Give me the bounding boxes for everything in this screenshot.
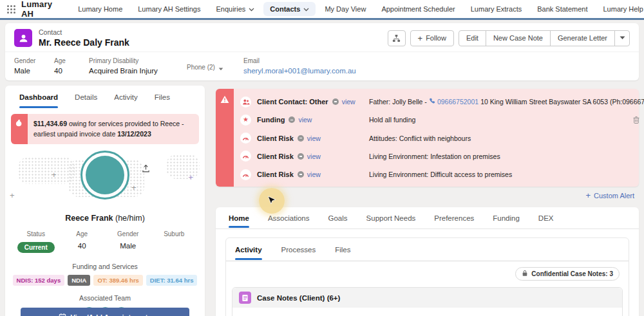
record-main-card: Home Associations Goals Support Needs Pr… [216,207,639,316]
nav-item-bank-statement[interactable]: Bank Statement [531,2,594,16]
plus-decoration: + [188,172,193,182]
chevron-down-icon [249,5,254,13]
chevron-down-icon [218,62,223,73]
app-name: Lumary AH [21,0,52,19]
more-actions-button[interactable] [614,30,630,46]
owing-alert-text: $11,434.69 owing for services provided t… [28,114,199,144]
tab-goals[interactable]: Goals [328,207,348,228]
contact-highlight-fields: Gender Male Age 40 Primary Disability Ac… [5,51,639,75]
nav-item-lumary-help-feedback[interactable]: Lumary Help & Feedback [596,2,644,16]
case-notes-header[interactable]: Case Notes (Client) (6+) [232,288,622,308]
chevron-down-icon [303,5,309,13]
avatar[interactable] [80,151,129,200]
tab-activity-sub[interactable]: Activity [235,238,262,261]
alert-detail: Living Environment: Infestation on premi… [369,153,644,160]
field-phone-dropdown[interactable]: Phone (2) [187,55,243,75]
funding-badges: NDIS: 152 days NDIA OT: 389.46 hrs DIET:… [5,275,205,286]
calendar-icon [59,313,66,316]
diet-badge: DIET: 31.64 hrs [146,275,198,286]
stat-gender: Gender Male [105,230,151,253]
phone-link[interactable]: 09666752001 [437,98,478,106]
warning-triangle-icon [220,95,229,187]
profile-tabs: Dashboard Details Activity Files [5,86,205,109]
nav-item-lumary-extracts[interactable]: Lumary Extracts [464,2,528,16]
profile-card: Dashboard Details Activity Files $11,434… [5,86,205,316]
app-window: Lumary AH Lumary Home Lumary AH Settings… [0,0,644,316]
record-tabs: Home Associations Goals Support Needs Pr… [216,207,639,229]
entity-type-label: Contact [39,28,129,36]
new-case-note-button[interactable]: New Case Note [486,30,551,46]
app-launcher-icon[interactable] [6,2,16,16]
ndia-badge: NDIA [68,275,90,286]
confidential-case-notes-badge[interactable]: Confidential Case Notes: 3 [515,267,620,281]
view-link[interactable]: view [307,153,321,160]
case-notes-icon [239,292,251,304]
contact-entity: Contact Mr. Reece Daly Frank [14,28,129,48]
generate-letter-button[interactable]: Generate Letter [550,30,615,46]
header-actions: +Follow Edit New Case Note Generate Lett… [388,30,630,46]
nav-item-enquiries[interactable]: Enquiries [209,2,261,16]
stat-status: Status Current [13,230,59,253]
nav-item-lumary-home[interactable]: Lumary Home [71,2,129,16]
plus-icon: + [585,191,591,200]
tab-files[interactable]: Files [155,86,170,109]
upload-photo-icon[interactable] [142,163,150,175]
tab-funding[interactable]: Funding [493,207,520,228]
tab-dashboard[interactable]: Dashboard [19,86,58,109]
alert-detail: Father: Jolly Belle - 09666752001 10 Kin… [369,98,644,106]
alert-detail: Living Environment: Difficult access to … [369,171,644,178]
profile-stats: Status Current Age 40 Gender Male Suburb [5,230,205,253]
field-age: Age 40 [54,55,89,75]
tab-activity[interactable]: Activity [114,86,137,109]
risk-gauge-icon [240,133,251,144]
money-bag-icon [15,118,23,144]
view-link[interactable]: view [342,98,355,106]
stat-suburb: Suburb [151,230,198,253]
brand-divider [0,18,644,20]
email-link[interactable]: sheryl.moral+001@lumary.com.au [243,67,356,75]
view-link[interactable]: view [307,171,321,178]
tab-home[interactable]: Home [229,207,249,228]
view-add-appointments-button[interactable]: View/Add Appointments [21,308,189,316]
custom-alert-link[interactable]: + Custom Alert [585,191,634,200]
trash-icon[interactable] [632,116,640,124]
case-notes-card: Case Notes (Client) (6+) [232,287,623,316]
owing-alert-bar [11,114,28,144]
org-chart-button[interactable] [388,30,406,46]
alert-row-client-risk-1: Client Risk view Attitudes: Conflict wit… [240,130,644,147]
nav-item-my-day-view[interactable]: My Day View [318,2,372,16]
tab-associations[interactable]: Associations [268,207,310,228]
plus-decoration: + [10,191,15,200]
plus-icon: + [418,34,423,42]
funding-services-title: Funding and Services [5,263,205,270]
nav-item-appointment-scheduler[interactable]: Appointment Scheduler [375,2,461,16]
lock-icon [522,270,528,278]
follow-button[interactable]: +Follow [410,30,454,46]
avatar-zone: + + + + [5,149,205,209]
nav-item-lumary-ah-settings[interactable]: Lumary AH Settings [131,2,207,16]
ndis-badge: NDIS: 152 days [13,275,65,286]
alert-row-funding: ★ Funding view Hold all funding [240,111,644,128]
alert-row-client-risk-3: Client Risk view Living Environment: Dif… [240,166,644,183]
risk-gauge-icon [240,169,251,180]
view-link[interactable]: view [298,116,312,124]
tab-dex[interactable]: DEX [538,207,554,228]
phone-icon [429,98,435,106]
nav-item-contacts[interactable]: Contacts [263,2,316,16]
field-gender: Gender Male [14,55,54,75]
info-badge-icon [332,98,339,105]
tab-processes[interactable]: Processes [281,238,316,261]
contact-alert-icon [240,97,251,107]
tab-preferences[interactable]: Preferences [434,207,474,228]
client-alerts-panel: Client Contact: Other view Father: Jolly… [216,89,639,187]
tab-details[interactable]: Details [75,86,97,109]
status-badge: Current [17,242,55,253]
alerts-severity-bar [216,89,234,187]
info-badge-icon [298,135,304,142]
tab-support-needs[interactable]: Support Needs [366,207,416,228]
view-link[interactable]: view [307,135,321,142]
edit-button[interactable]: Edit [459,30,486,46]
tab-files-sub[interactable]: Files [335,238,350,261]
star-alert-icon: ★ [240,115,251,125]
alert-row-client-risk-2: Client Risk view Living Environment: Inf… [240,148,644,165]
